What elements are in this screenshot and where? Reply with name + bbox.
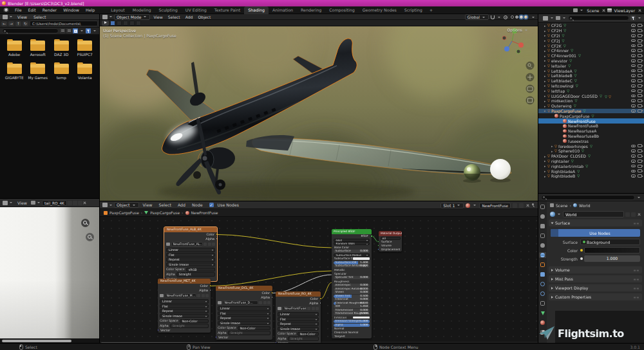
input-value[interactable]: 0.000: [360, 284, 368, 287]
input-value[interactable]: 0.000: [360, 250, 368, 253]
transform-orientation-dropdown[interactable]: Global: [465, 14, 489, 20]
world-name-field[interactable]: World: [563, 211, 624, 217]
hide-eye-icon[interactable]: [631, 24, 636, 27]
bsdf-input-row[interactable]: Alpha 1.000: [334, 324, 370, 327]
viewport-canvas[interactable]: User Perspective (1) Scene Collection | …: [100, 26, 538, 201]
outliner-row[interactable]: ▸ ▽ LUGGAGEDoor_CLOSED ▽ ▽▽: [538, 93, 644, 98]
vector-input-socket[interactable]: Vector: [276, 341, 321, 343]
unlink-image-icon[interactable]: [212, 243, 215, 246]
outliner-item-label[interactable]: RightbladeB: [551, 174, 575, 178]
breadcrumb-scene[interactable]: Scene: [556, 203, 568, 208]
hide-eye-icon[interactable]: [631, 79, 636, 82]
socket-icon[interactable]: [332, 281, 332, 282]
unlink-image-icon[interactable]: [267, 301, 270, 305]
socket-icon[interactable]: [216, 233, 217, 235]
hide-eye-icon[interactable]: [631, 39, 636, 42]
image-datablock-field[interactable]: tail_RO_4K: [42, 200, 67, 206]
menu-item[interactable]: Select: [30, 15, 49, 19]
camera-visibility-icon[interactable]: [638, 84, 642, 88]
select-lasso-icon[interactable]: [129, 21, 135, 26]
fake-user-icon[interactable]: [204, 243, 207, 246]
socket-icon[interactable]: [209, 284, 211, 287]
collapsed-panel-header[interactable]: Viewport Display ==: [549, 284, 642, 291]
bsdf-input-row[interactable]: Random Walk: [334, 242, 370, 245]
fake-user-icon[interactable]: [68, 201, 72, 205]
outliner-item-label[interactable]: Sphere010: [558, 149, 580, 153]
back-button[interactable]: ←: [1, 21, 7, 26]
camera-visibility-icon[interactable]: [638, 74, 642, 77]
viewlayer-remove-icon[interactable]: [638, 8, 641, 12]
snap-magnet-icon[interactable]: [491, 15, 495, 19]
node-header[interactable]: NewFrontFuse_RO_4K: [276, 291, 321, 297]
hide-eye-icon[interactable]: [631, 95, 636, 98]
color-swatch[interactable]: [353, 257, 370, 260]
outliner-row[interactable]: ▸ ▽ CF2G ▽ ▽▽: [538, 23, 644, 28]
pin-icon[interactable]: [531, 203, 535, 207]
colorspace-dropdown[interactable]: sRGB: [186, 268, 215, 272]
outliner-row[interactable]: ▸ ▽ elevator ▽ ▽▽: [538, 59, 644, 64]
viewlayer-selector[interactable]: ViewLayer: [613, 8, 637, 13]
menu-item[interactable]: Add: [183, 15, 196, 19]
tab-constraints[interactable]: [539, 300, 546, 306]
folder-item[interactable]: Volanta: [73, 64, 97, 80]
node-header[interactable]: NewFrontFuse_DCL_4K: [216, 286, 272, 291]
hide-eye-icon[interactable]: [631, 59, 636, 62]
folder-item[interactable]: Aerosoft: [26, 41, 50, 57]
scene-selector[interactable]: Scene: [585, 8, 600, 13]
workspace-tab[interactable]: Geometry Nodes: [359, 6, 401, 14]
tab-scene[interactable]: [539, 243, 546, 248]
bsdf-input-row[interactable]: Subsurface 0.000: [334, 250, 370, 253]
socket-icon[interactable]: [332, 273, 332, 275]
socket-icon[interactable]: [332, 335, 332, 337]
editor-type-icon[interactable]: [543, 16, 548, 21]
outliner-row[interactable]: ▸ ▽ rightailer ▽ ▽▽: [538, 159, 644, 164]
image-name-field[interactable]: NewFrontFuse_R...: [283, 306, 307, 311]
outliner-row[interactable]: ▸ ▽ RightbladeA ▽ ▽▽: [538, 169, 644, 174]
node-header[interactable]: NewFrontFuse_MET_4K: [158, 279, 211, 284]
outliner-item-label[interactable]: NewFrontFuse: [568, 119, 596, 124]
color-output-socket[interactable]: Color: [158, 284, 211, 288]
outliner-item-label[interactable]: LeftbladeB: [551, 73, 573, 78]
menu-item[interactable]: Render: [39, 6, 60, 14]
tab-world[interactable]: [539, 252, 546, 258]
alpha-output-socket[interactable]: Alpha: [276, 301, 321, 306]
source-dropdown[interactable]: Single Image: [218, 321, 270, 326]
input-value[interactable]: 0.000: [360, 291, 368, 294]
image-texture-node[interactable]: NewFrontFuse_MET_4K Color Alpha NewFront…: [158, 279, 211, 333]
input-value[interactable]: 1.000: [360, 320, 368, 323]
camera-visibility-icon[interactable]: [638, 69, 642, 72]
options-dropdown[interactable]: Options: [507, 28, 529, 32]
outliner-row[interactable]: ▸ ▽ leftcowlingl ▽ ▽▽: [538, 84, 644, 89]
new-image-icon[interactable]: [73, 201, 77, 205]
tab-object-data[interactable]: [539, 310, 546, 316]
material-name-field[interactable]: NewFrontFuse: [479, 203, 511, 208]
editor-type-icon[interactable]: [3, 15, 8, 19]
outliner-item-label[interactable]: PAXDoor_CLOSED: [551, 154, 586, 158]
hide-eye-icon[interactable]: [631, 145, 636, 148]
input-value[interactable]: 0.000: [360, 276, 368, 279]
bsdf-input-row[interactable]: Subsurface Anisotropy 0.000: [334, 264, 370, 268]
mode-dropdown[interactable]: Object Mode: [114, 14, 150, 20]
outliner-item-label[interactable]: CF2G: [551, 23, 562, 28]
menu-item[interactable]: View: [151, 15, 165, 19]
outliner-item-label[interactable]: Outerwing: [551, 104, 572, 108]
editor-type-icon[interactable]: [3, 201, 8, 205]
workspace-tab[interactable]: Rendering: [297, 6, 325, 14]
bsdf-input-row[interactable]: Transmission Roughness 0.000: [334, 312, 370, 315]
tab-physics[interactable]: [539, 291, 546, 297]
camera-visibility-icon[interactable]: [638, 44, 642, 47]
outliner-item-label[interactable]: fuseextras: [568, 139, 589, 143]
fake-user-icon[interactable]: [513, 203, 517, 208]
folder-item[interactable]: Adobe: [3, 41, 26, 57]
outliner-row[interactable]: ▸ ▽ midsection ▽ ▽▽: [538, 98, 644, 104]
menu-item[interactable]: Window: [60, 6, 82, 14]
hide-eye-icon[interactable]: [631, 160, 636, 163]
extension-dropdown[interactable]: Repeat: [160, 309, 209, 313]
workspace-tab[interactable]: Compositing: [325, 6, 358, 14]
open-image-icon[interactable]: [312, 307, 315, 311]
outliner-item-label[interactable]: LUGGAGEDoor_CLOSED: [551, 94, 598, 98]
outliner-row[interactable]: ▸ ▽ rightailertrimtab ▽ ▽▽: [538, 163, 644, 169]
outliner-item-label[interactable]: NewFrontFuseB: [568, 124, 598, 128]
outliner-item-label[interactable]: CF2H: [551, 28, 562, 33]
alpha-mode-dropdown[interactable]: Straight: [288, 336, 319, 341]
